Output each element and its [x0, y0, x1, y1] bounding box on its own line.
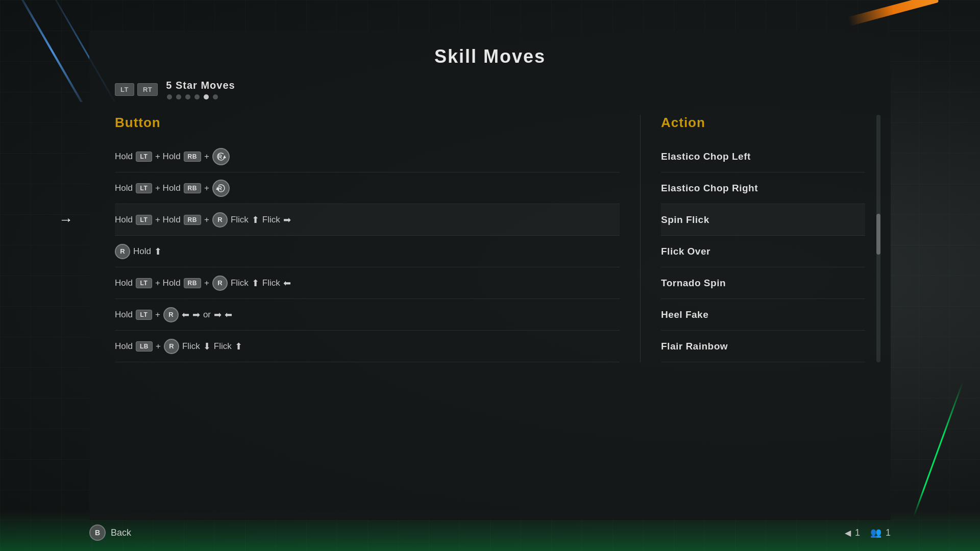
- text: or: [203, 310, 211, 320]
- main-panel: Skill Moves LT RT 5 Star Moves Button: [89, 31, 891, 520]
- button-column-header: Button: [115, 115, 620, 131]
- lb-badge: LB: [136, 341, 153, 352]
- action-text-3: Spin Flick: [661, 214, 709, 226]
- action-row[interactable]: Heel Fake: [661, 299, 865, 331]
- r-stick-rotate-cw: R: [212, 180, 230, 197]
- dir-up: ⬆: [252, 278, 259, 289]
- table-row[interactable]: Hold LB + R Flick ⬇ Flick ⬆: [115, 331, 620, 362]
- combo-5: Hold LT + Hold RB + R Flick ⬆ Flick ⬅: [115, 276, 291, 291]
- text: Flick: [182, 341, 200, 352]
- tab-area: LT RT 5 Star Moves: [115, 80, 865, 99]
- action-row[interactable]: Flair Rainbow: [661, 331, 865, 362]
- combo-1: Hold LT + Hold RB + R: [115, 148, 230, 165]
- table-row[interactable]: Hold LT + R ⬅ ➡ or ➡ ⬅: [115, 299, 620, 331]
- dots-pagination: [167, 94, 235, 99]
- text: +: [204, 152, 209, 162]
- combo-7: Hold LB + R Flick ⬇ Flick ⬆: [115, 339, 242, 354]
- rb-badge: RB: [184, 215, 201, 225]
- players-count: 1: [886, 528, 891, 538]
- dir-right: ➡: [283, 214, 291, 226]
- text: Hold: [115, 341, 133, 352]
- action-text-2: Elastico Chop Right: [661, 183, 758, 194]
- text: + Hold: [155, 183, 181, 193]
- text: Hold: [115, 215, 133, 225]
- table-row[interactable]: Hold LT + Hold RB + R: [115, 141, 620, 172]
- dir-left: ⬅: [182, 309, 189, 320]
- page-nav-arrow[interactable]: ◀: [845, 528, 851, 538]
- dir-up: ⬆: [235, 341, 242, 352]
- dot-2: [176, 94, 181, 99]
- right-info: ◀ 1 👥 1: [845, 527, 891, 538]
- lt-badge: LT: [136, 215, 152, 225]
- scrollbar[interactable]: [876, 115, 880, 362]
- lt-badge: LT: [136, 152, 152, 162]
- r-stick: R: [115, 244, 130, 259]
- combo-6: Hold LT + R ⬅ ➡ or ➡ ⬅: [115, 307, 232, 322]
- action-column-header: Action: [661, 115, 865, 131]
- action-row[interactable]: Tornado Spin: [661, 267, 865, 299]
- text: Hold: [115, 310, 133, 320]
- r-stick: R: [212, 212, 228, 228]
- action-column: Action Elastico Chop Left Elastico Chop …: [661, 115, 865, 362]
- button-column: Button Hold LT + Hold RB + R: [115, 115, 620, 362]
- players-icon: 👥: [870, 527, 881, 538]
- column-divider: [640, 115, 641, 362]
- table-row[interactable]: R Hold ⬆: [115, 236, 620, 267]
- action-row[interactable]: Elastico Chop Right: [661, 172, 865, 204]
- lt-badge: LT: [136, 310, 152, 320]
- action-row[interactable]: Elastico Chop Left: [661, 141, 865, 172]
- r-stick-rotate-ccw: R: [212, 148, 230, 165]
- combo-3: Hold LT + Hold RB + R Flick ⬆ Flick ➡: [115, 212, 291, 228]
- r-stick: R: [163, 307, 179, 322]
- dot-3: [185, 94, 190, 99]
- text: Flick: [231, 215, 249, 225]
- combo-4: R Hold ⬆: [115, 244, 162, 259]
- dir-right: ➡: [192, 309, 200, 320]
- action-text-5: Tornado Spin: [661, 278, 726, 289]
- lt-button[interactable]: LT: [115, 83, 134, 96]
- dir-up: ⬆: [252, 214, 259, 226]
- text: + Hold: [155, 215, 181, 225]
- action-row[interactable]: Spin Flick: [661, 204, 865, 236]
- action-text-4: Flick Over: [661, 246, 710, 257]
- columns-container: Button Hold LT + Hold RB + R: [115, 115, 865, 362]
- rb-badge: RB: [184, 278, 201, 288]
- r-stick: R: [164, 339, 179, 354]
- text: Flick: [231, 278, 249, 288]
- rb-badge: RB: [184, 152, 201, 162]
- tab-info: 5 Star Moves: [166, 80, 235, 99]
- players-info: 👥 1: [870, 527, 891, 538]
- tab-buttons: LT RT: [115, 83, 158, 96]
- text: +: [156, 341, 161, 352]
- dot-1: [167, 94, 172, 99]
- combo-2: Hold LT + Hold RB + R: [115, 180, 230, 197]
- action-text-7: Flair Rainbow: [661, 341, 728, 352]
- r-stick: R: [212, 276, 228, 291]
- text: Flick: [214, 341, 232, 352]
- text: +: [204, 183, 209, 193]
- page-info: ◀ 1: [845, 528, 860, 538]
- rb-badge: RB: [184, 183, 201, 193]
- bottom-nav: B Back ◀ 1 👥 1: [89, 524, 891, 541]
- tab-title: 5 Star Moves: [166, 80, 235, 91]
- action-text-1: Elastico Chop Left: [661, 151, 751, 162]
- table-row[interactable]: → Hold LT + Hold RB + R Flick ⬆ Flick ➡: [115, 204, 620, 236]
- text: Hold: [133, 246, 151, 257]
- action-text-6: Heel Fake: [661, 309, 708, 320]
- dir-left2: ⬅: [225, 309, 232, 320]
- text: + Hold: [155, 152, 181, 162]
- page-title: Skill Moves: [115, 46, 865, 67]
- table-row[interactable]: Hold LT + Hold RB + R Flick ⬆ Flick ⬅: [115, 267, 620, 299]
- lt-badge: LT: [136, 183, 152, 193]
- scrollbar-thumb[interactable]: [876, 214, 880, 255]
- dir-right2: ➡: [214, 309, 222, 320]
- selection-arrow: →: [59, 212, 73, 228]
- text: Flick: [262, 215, 280, 225]
- action-row[interactable]: Flick Over: [661, 236, 865, 267]
- text: Hold: [115, 152, 133, 162]
- table-row[interactable]: Hold LT + Hold RB + R: [115, 172, 620, 204]
- back-button[interactable]: B Back: [89, 524, 131, 541]
- text: Flick: [262, 278, 280, 288]
- b-badge: B: [89, 524, 106, 541]
- rt-button[interactable]: RT: [137, 83, 158, 96]
